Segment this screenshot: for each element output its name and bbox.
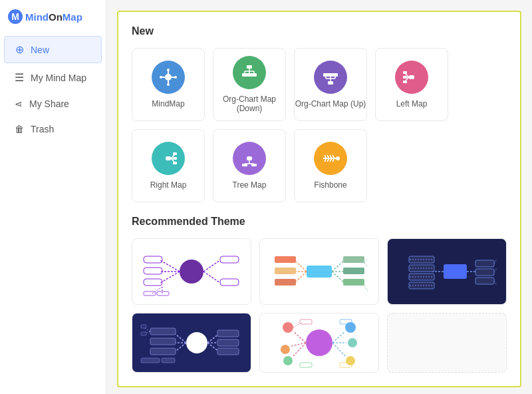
theme-card-4[interactable]: [132, 313, 251, 373]
svg-rect-120: [162, 358, 175, 363]
svg-point-2: [165, 74, 172, 81]
main-content: New MindMap: [106, 0, 532, 394]
map-card-leftmap[interactable]: Left Map: [375, 48, 448, 121]
svg-rect-64: [144, 268, 162, 274]
svg-point-7: [167, 69, 170, 71]
svg-point-137: [348, 338, 357, 347]
svg-rect-118: [141, 332, 146, 335]
fishbone-label: Fishbone: [314, 180, 346, 190]
svg-rect-91: [444, 264, 467, 279]
svg-rect-79: [275, 268, 296, 274]
svg-point-127: [306, 329, 332, 356]
map-card-mindmap[interactable]: MindMap: [132, 48, 205, 121]
map-grid: MindMap Org-C: [132, 48, 507, 202]
sidebar-item-myshare[interactable]: ⋖ My Share: [4, 92, 102, 116]
svg-line-82: [332, 260, 344, 272]
svg-rect-68: [220, 256, 239, 263]
svg-point-129: [283, 322, 293, 333]
theme-card-1[interactable]: [132, 238, 251, 305]
main-inner: New MindMap: [117, 11, 521, 387]
theme-card-5[interactable]: [259, 313, 379, 373]
sidebar-item-myshare-label: My Share: [29, 98, 69, 109]
svg-line-86: [332, 272, 344, 283]
svg-rect-141: [300, 319, 312, 324]
svg-rect-20: [328, 81, 333, 85]
svg-point-131: [281, 345, 290, 354]
svg-rect-40: [173, 152, 177, 155]
theme-grid-row2: [132, 313, 507, 373]
recommended-theme-section: Recommended Theme: [132, 216, 507, 373]
svg-point-135: [345, 322, 356, 333]
svg-line-128: [293, 331, 306, 343]
svg-point-139: [346, 356, 355, 365]
theme-preview-3: [396, 240, 499, 303]
svg-rect-114: [150, 348, 176, 355]
svg-rect-87: [343, 279, 364, 286]
map-card-orgdown[interactable]: Org-Chart Map (Down): [213, 48, 286, 121]
svg-rect-142: [300, 363, 312, 367]
svg-line-71: [152, 287, 162, 294]
svg-rect-17: [242, 73, 247, 77]
mindmap-icon: [152, 61, 185, 94]
svg-rect-27: [328, 73, 333, 77]
theme-card-6[interactable]: [387, 313, 507, 373]
sidebar-item-trash[interactable]: 🗑 Trash: [4, 117, 102, 141]
svg-rect-73: [144, 292, 156, 296]
svg-line-61: [160, 260, 180, 272]
svg-rect-104: [475, 278, 494, 284]
map-card-orgup[interactable]: Org-Chart Map (Up): [294, 48, 367, 121]
svg-line-134: [332, 331, 345, 343]
svg-rect-125: [217, 339, 239, 346]
orgdown-icon: [233, 56, 266, 89]
svg-line-121: [207, 334, 219, 343]
svg-rect-119: [141, 358, 160, 363]
svg-rect-48: [242, 164, 247, 166]
sidebar-item-trash-label: Trash: [31, 124, 54, 134]
sidebar-item-new[interactable]: ⊕ New: [4, 36, 102, 63]
logo-text: MindOnMap: [25, 11, 82, 23]
svg-rect-74: [157, 292, 169, 296]
svg-line-105: [494, 259, 497, 264]
trash-icon: 🗑: [15, 124, 24, 134]
map-card-rightmap[interactable]: Right Map: [132, 129, 205, 202]
svg-rect-41: [173, 157, 177, 160]
svg-line-107: [494, 281, 497, 286]
theme-card-2[interactable]: [259, 238, 379, 305]
treemap-icon: [233, 142, 266, 175]
svg-rect-75: [307, 266, 332, 278]
map-card-treemap[interactable]: Tree Map: [213, 129, 286, 202]
svg-rect-62: [144, 256, 162, 263]
svg-line-138: [332, 343, 345, 356]
leftmap-icon: [395, 61, 428, 94]
theme-preview-2: [268, 240, 371, 303]
svg-line-88: [364, 259, 368, 263]
theme-preview-5: [268, 313, 371, 373]
svg-rect-81: [275, 279, 296, 286]
svg-line-106: [494, 268, 497, 272]
recommended-section-title: Recommended Theme: [132, 216, 507, 228]
leftmap-label: Left Map: [396, 99, 428, 108]
fishbone-icon: [314, 142, 347, 175]
myshare-icon: ⋖: [15, 98, 23, 109]
sidebar-item-mymindmap-label: My Mind Map: [31, 73, 86, 83]
mymindmap-icon: ☰: [15, 71, 24, 84]
rightmap-icon: [152, 142, 185, 175]
svg-rect-33: [403, 71, 407, 74]
svg-rect-113: [150, 338, 176, 345]
theme-card-3[interactable]: [387, 238, 507, 305]
svg-rect-112: [150, 328, 176, 335]
svg-line-80: [295, 272, 307, 283]
sidebar-item-new-label: New: [31, 45, 49, 55]
svg-rect-28: [332, 73, 338, 77]
svg-text:M: M: [11, 11, 19, 22]
logo-icon: M: [8, 9, 23, 24]
sidebar-item-mymindmap[interactable]: ☰ My Mind Map: [4, 65, 102, 91]
svg-rect-70: [220, 279, 239, 286]
svg-rect-117: [141, 325, 146, 328]
svg-line-69: [203, 272, 220, 283]
svg-line-76: [295, 260, 307, 272]
svg-rect-83: [343, 256, 364, 263]
svg-rect-49: [251, 164, 257, 166]
new-icon: ⊕: [15, 43, 24, 56]
map-card-fishbone[interactable]: Fishbone: [294, 129, 367, 202]
